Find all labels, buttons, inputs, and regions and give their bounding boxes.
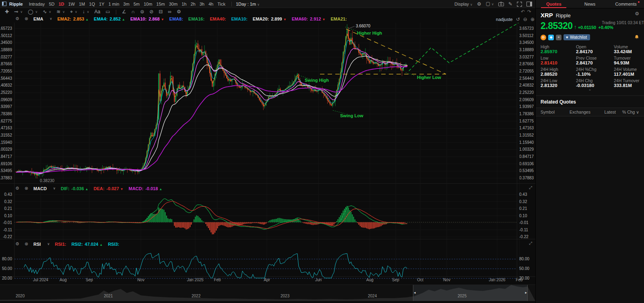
stat-label: 24H %Chg xyxy=(576,67,613,72)
feed-badge-icon[interactable]: ◆ xyxy=(548,35,554,40)
adjust-label[interactable]: nadjuste xyxy=(496,17,513,22)
macd-item-label: DIF: xyxy=(61,186,69,191)
chevron-down-icon: ∨ xyxy=(49,10,51,14)
timeline-selection[interactable]: ◂▸ xyxy=(413,285,528,301)
magnet-icon[interactable]: ∩ xyxy=(132,9,135,15)
arrow-marker-icon[interactable]: ↓∨ xyxy=(83,9,89,15)
timeframe-5m[interactable]: 5m xyxy=(132,2,142,6)
macd-settings-icon[interactable]: ⚙ xyxy=(15,186,19,191)
rsi-settings-icon[interactable]: ⚙ xyxy=(15,241,19,247)
undo-icon[interactable]: ↶ xyxy=(521,9,527,15)
stat-label: 24H High xyxy=(541,67,575,72)
related-col-chg[interactable]: % Chg ∨ xyxy=(616,110,639,114)
tab-quotes[interactable]: Quotes xyxy=(536,0,572,8)
app-logo-icon[interactable] xyxy=(2,2,6,6)
timeframe-list: Intraday5D1D1W1M1Q1Y1 min3m5m10m15m30m1h… xyxy=(27,2,227,6)
tab-news[interactable]: News xyxy=(572,0,608,8)
zoom-in-icon[interactable]: ⊕ xyxy=(530,17,535,22)
timeframe-1W[interactable]: 1W xyxy=(66,2,77,6)
macd-name[interactable]: MACD xyxy=(33,186,47,191)
ema-item-label: EMA40: xyxy=(210,17,226,21)
macd-expand-icon[interactable]: ⤢ xyxy=(529,185,532,190)
timeframe-3h[interactable]: 3h xyxy=(198,2,206,6)
zoom-out-icon[interactable]: ⊖ xyxy=(523,17,527,22)
ema-item-value: 2.853 xyxy=(73,17,85,21)
rsi-expand-icon[interactable]: ⤢ xyxy=(529,241,532,246)
timeframe-4h[interactable]: 4h xyxy=(206,2,215,6)
axis-label: 3.03277 xyxy=(519,55,534,59)
layout-icon[interactable]: ▢∨ xyxy=(486,0,494,8)
timeframe-3m[interactable]: 3m xyxy=(121,2,131,6)
timeframe-1min[interactable]: 1 min xyxy=(106,2,121,6)
axis-label: 2.56443 xyxy=(0,76,12,81)
redo-icon[interactable]: ↷ xyxy=(527,9,534,15)
notes-badge-icon[interactable]: ≡ xyxy=(556,35,561,40)
timeframe-1h[interactable]: 1h xyxy=(180,2,188,6)
timeframe-5D[interactable]: 5D xyxy=(47,2,56,6)
timeframe-30m[interactable]: 30m xyxy=(167,2,180,6)
fib-icon[interactable]: ⊜ xyxy=(140,9,144,15)
link-icon[interactable]: ∞ xyxy=(168,9,171,15)
trendline-icon[interactable]: ⊸∨ xyxy=(14,9,23,15)
reset-zoom-icon[interactable]: ↺ xyxy=(516,17,520,22)
rsi-close-icon[interactable]: ⊗ xyxy=(25,241,28,247)
timeframe-Tick[interactable]: Tick xyxy=(215,2,227,6)
wave-icon[interactable]: ≋∨ xyxy=(56,9,65,15)
timeline-scrubber[interactable]: ◂▸202020212022202320242025 xyxy=(0,284,535,301)
year-label: 2023 xyxy=(281,294,289,298)
timeframe-1M[interactable]: 1M xyxy=(77,2,87,6)
price-change: +0.01150 xyxy=(578,25,597,30)
axis-label: 3.50112 xyxy=(519,33,534,38)
quote-stats-grid: High2.85970Open2.84170Volume33.424MLow2.… xyxy=(541,44,639,88)
right-panel-icon[interactable] xyxy=(526,2,532,6)
timeframe-combo[interactable]: 1Day : 1m∨ xyxy=(231,2,260,6)
display-menu[interactable]: Display∨ xyxy=(454,2,473,6)
chevron-down-icon: ∨ xyxy=(87,10,89,14)
comment-tool-icon[interactable]: ▭ xyxy=(105,9,110,15)
timeframe-15m[interactable]: 15m xyxy=(154,2,167,6)
triangle-down-icon: ▼ xyxy=(283,18,287,21)
projection-zigzag xyxy=(409,23,518,71)
alert-bell-icon[interactable] xyxy=(634,35,639,40)
timeframe-1D[interactable]: 1D xyxy=(56,2,66,6)
rsi-value-item: RSI2:47.024▲ xyxy=(71,242,103,247)
axis-label: 50.00 xyxy=(519,266,529,271)
watchlist-button[interactable]: ♥Watchlist xyxy=(564,34,590,40)
chart-canvas[interactable]: 3.657233.657233.501123.501123.345003.345… xyxy=(0,0,535,303)
triangle-down-icon: ▼ xyxy=(120,187,124,191)
selection-right-handle[interactable]: ▸ xyxy=(525,291,527,295)
ema-settings-icon[interactable]: ⚙ xyxy=(15,16,19,21)
chart-settings-icon[interactable]: ⚙ xyxy=(477,0,481,8)
hide-drawings-icon[interactable]: ⊘ xyxy=(149,9,153,15)
related-col-symbol: Symbol xyxy=(541,110,570,114)
quote-settings-icon[interactable]: ⚙ xyxy=(635,11,639,17)
selection-left-handle[interactable]: ◂ xyxy=(414,291,416,295)
timeframe-combo-label: 1Day : 1m xyxy=(236,2,256,6)
ema-close-icon[interactable]: ⊗ xyxy=(25,16,28,21)
draw-pencil-icon[interactable]: ✎ xyxy=(508,0,512,8)
rsi-name[interactable]: RSI xyxy=(33,242,41,247)
timeframe-1Q[interactable]: 1Q xyxy=(87,2,97,6)
fullscreen-icon[interactable] xyxy=(517,2,522,7)
tool-settings-icon[interactable]: ⚙ xyxy=(177,9,181,15)
polyline-icon[interactable]: ∿∨ xyxy=(43,9,51,15)
timeframe-2h[interactable]: 2h xyxy=(188,2,197,6)
tab-comments[interactable]: Comments xyxy=(608,0,644,8)
screenshot-camera-icon[interactable] xyxy=(498,2,504,6)
chevron-down-icon: ∨ xyxy=(50,17,52,21)
angle-icon[interactable]: ∠ xyxy=(122,9,126,15)
crosshair-tool-icon[interactable]: ⌖∨ xyxy=(70,9,77,15)
macd-close-icon[interactable]: ⊗ xyxy=(25,186,28,191)
timeframe-10m[interactable]: 10m xyxy=(142,2,154,6)
trash-icon[interactable]: ⊟ xyxy=(159,9,163,15)
text-tool-icon[interactable]: Aa xyxy=(95,9,101,15)
axis-label: 0.69106 xyxy=(519,162,534,166)
ema-name[interactable]: EMA xyxy=(33,17,43,21)
axis-label: 2.09609 xyxy=(0,98,12,102)
timeframe-Intraday[interactable]: Intraday xyxy=(27,2,47,6)
shape-icon[interactable]: ◯∨ xyxy=(28,9,37,15)
collapse-stats-chevron[interactable]: ⌃ xyxy=(541,89,639,93)
symbol-name[interactable]: Ripple xyxy=(9,2,23,6)
move-icon[interactable]: ✚ xyxy=(5,9,9,15)
timeframe-1Y[interactable]: 1Y xyxy=(97,2,106,6)
